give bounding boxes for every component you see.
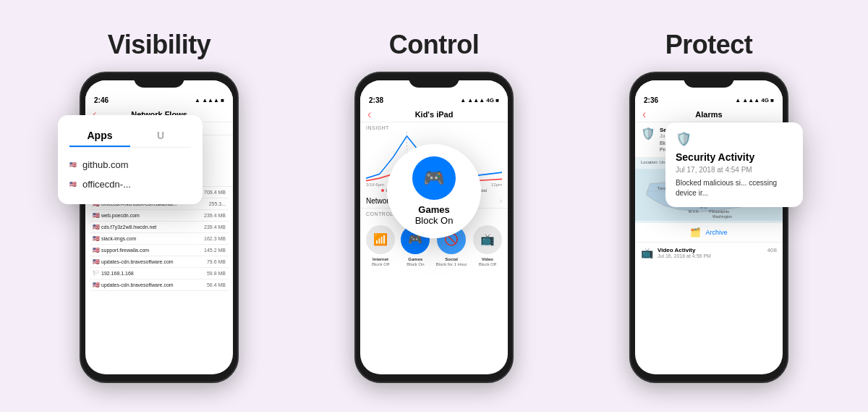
back-button[interactable]: ‹ [642, 108, 646, 121]
svg-text:Philadelphia: Philadelphia [709, 209, 729, 214]
popup-title: Security Activity [676, 151, 793, 163]
popup-row: 🇺🇸 officecdn-... [69, 175, 191, 194]
security-icon: 🛡️ [641, 127, 655, 140]
social-label: Social [436, 257, 467, 262]
video-alert: 📺 Video Activity Jul 16, 2018 at 4:56 PM… [635, 243, 783, 263]
control-phone-wrapper: 2:38 ▲ ▲▲▲ 4G ■ ‹ Kid's iPad INSIGHT [354, 72, 514, 383]
internet-icon-circle: 📶 [366, 225, 395, 254]
games-popup: 🎮 Games Block On [387, 144, 481, 238]
popup-tabs: Apps U [69, 125, 191, 148]
video-control-btn[interactable]: 📺 Video Block Off [473, 225, 502, 267]
ctrl-nav: ‹ Kid's iPad [360, 107, 508, 122]
apps-popup: Apps U 🇺🇸 github.com 🇺🇸 officecdn-... [58, 115, 203, 204]
games-popup-icon: 🎮 [412, 156, 456, 200]
block-popup-text: Block On [415, 215, 454, 226]
video-icon: 📺 [641, 247, 653, 258]
video-sub: Block Off [479, 262, 496, 267]
popup-shield-icon: 🛡️ [676, 131, 793, 147]
visibility-phone-wrapper: 2:46 ▲ ▲▲▲ ■ ‹ Network Flows Last 24 Hou… [80, 72, 239, 383]
protect-section: Protect 2:36 ▲ ▲▲▲ 4G ■ ‹ Alarms 🛡️ [579, 30, 839, 383]
notch [134, 73, 184, 88]
status-icons: ▲ ▲▲▲ 4G ■ [735, 97, 774, 104]
status-time: 2:36 [644, 96, 658, 104]
visibility-section: Visibility 2:46 ▲ ▲▲▲ ■ ‹ Network Flows … [29, 30, 289, 383]
insight-label: INSIGHT [360, 122, 508, 132]
list-item: 🇺🇸updates-cdn.bravesoftware.com 79.6 MB [90, 256, 229, 268]
status-time: 2:38 [369, 96, 383, 104]
popup-date: Jul 17, 2018 at 4:54 PM [676, 166, 793, 174]
video-date: Jul 16, 2018 at 4:56 PM [658, 253, 763, 258]
control-title: Control [389, 30, 479, 60]
protect-phone-frame: 2:36 ▲ ▲▲▲ 4G ■ ‹ Alarms 🛡️ Security Act… [629, 72, 788, 383]
video-icon-circle: 📺 [473, 225, 502, 254]
video-title: Video Activity [658, 247, 763, 253]
nav-title: Alarms [695, 110, 722, 119]
internet-sub: Block Off [372, 262, 389, 267]
popup-text: Blocked malicious si... ccessing device … [676, 178, 793, 198]
list-item: 🏳️192.168.1.168 59.8 MB [90, 268, 229, 279]
internet-control-btn[interactable]: 📶 Internet Block Off [366, 225, 395, 267]
protect-title: Protect [665, 30, 753, 60]
prot-nav: ‹ Alarms [635, 107, 783, 122]
popup-tab-u[interactable]: U [130, 125, 191, 147]
games-label: Games [407, 257, 424, 262]
list-item: 🇺🇸updates-cdn.bravesoftware.com 56.4 MB [90, 279, 229, 291]
popup-domain-1: github.com [82, 159, 129, 170]
social-sub: Block for 1 Hour [436, 262, 467, 267]
games-sub: Block On [407, 262, 424, 267]
svg-text:Washington: Washington [712, 214, 732, 218]
status-time: 2:46 [94, 96, 109, 104]
archive-row[interactable]: 🗂️ Archive [635, 223, 783, 243]
popup-row: 🇺🇸 github.com [69, 155, 191, 175]
nav-title: Kid's iPad [415, 110, 454, 119]
list-item: 🇺🇸support.firewalla.com 145.2 MB [90, 245, 229, 256]
status-icons: ▲ ▲▲▲ 4G ■ [460, 97, 499, 104]
back-button[interactable]: ‹ [367, 108, 371, 121]
video-label: Video [479, 257, 496, 262]
popup-domain-2: officecdn-... [82, 179, 131, 190]
video-count: 408 [767, 247, 777, 253]
list-item: 🇺🇸slack-imgs.com 162.3 MB [90, 233, 229, 245]
list-item: 🇺🇸web.poecdn.com 239.4 MB [90, 210, 229, 222]
svg-text:W.V.A.: W.V.A. [688, 209, 699, 214]
protect-phone-wrapper: 2:36 ▲ ▲▲▲ 4G ■ ‹ Alarms 🛡️ Security Act… [629, 72, 788, 383]
games-popup-text: Games [418, 204, 449, 215]
status-icons: ▲ ▲▲▲ ■ [195, 97, 224, 104]
visibility-title: Visibility [108, 30, 210, 60]
archive-icon: 🗂️ [690, 227, 701, 237]
chevron-right-icon: › [500, 197, 502, 205]
notch [684, 73, 734, 88]
control-section: Control 2:38 ▲ ▲▲▲ 4G ■ ‹ Kid's iPad INS… [304, 30, 564, 383]
popup-tab-apps[interactable]: Apps [69, 125, 130, 147]
security-popup: 🛡️ Security Activity Jul 17, 2018 at 4:5… [665, 122, 803, 207]
archive-label: Archive [705, 229, 727, 236]
internet-label: Internet [372, 257, 389, 262]
notch [409, 73, 459, 88]
list-item: 🇺🇸cds.f7y3z2w8.hwcdn.net 239.4 MB [90, 222, 229, 233]
